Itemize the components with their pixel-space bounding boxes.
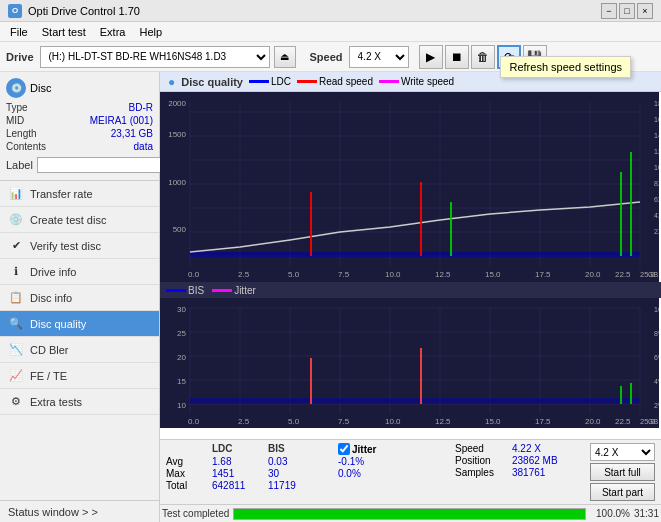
close-button[interactable]: ×: [637, 3, 653, 19]
jitter-checkbox[interactable]: [338, 443, 350, 455]
svg-rect-73: [190, 398, 640, 404]
sidebar-item-verify-test-disc[interactable]: ✔ Verify test disc: [0, 233, 159, 259]
disc-icon: 💿: [6, 78, 26, 98]
speed-select[interactable]: 4.2 X: [349, 46, 409, 68]
svg-text:5.0: 5.0: [288, 417, 300, 426]
jitter-checkbox-container: Jitter: [338, 443, 392, 455]
menu-help[interactable]: Help: [133, 24, 168, 40]
disc-panel-header: 💿 Disc: [6, 78, 153, 98]
type-value: BD-R: [50, 102, 153, 113]
svg-text:15.0: 15.0: [485, 417, 501, 426]
svg-text:8X: 8X: [654, 180, 659, 187]
max-ldc-value: 1451: [212, 468, 266, 479]
sidebar-item-fe-te[interactable]: 📈 FE / TE: [0, 363, 159, 389]
svg-text:12.5: 12.5: [435, 417, 451, 426]
svg-text:1000: 1000: [168, 178, 186, 187]
svg-rect-42: [190, 252, 640, 257]
svg-rect-45: [450, 202, 452, 256]
length-label: Length: [6, 128, 46, 139]
left-stats: LDC BIS Jitter Avg 1.68 0.03 -0.1%: [166, 443, 455, 501]
position-label: Position: [455, 455, 510, 466]
status-window-label: Status window > >: [8, 506, 98, 518]
sidebar-item-extra-tests[interactable]: ⚙ Extra tests: [0, 389, 159, 415]
progress-percent: 100.0%: [590, 508, 630, 519]
svg-text:2.5: 2.5: [238, 417, 250, 426]
erase-button[interactable]: 🗑: [471, 45, 495, 69]
drive-select[interactable]: (H:) HL-DT-ST BD-RE WH16NS48 1.D3: [40, 46, 270, 68]
label-row: Label 🔍: [6, 156, 153, 174]
svg-text:20.0: 20.0: [585, 417, 601, 426]
nav-disc-info-label: Disc info: [30, 292, 72, 304]
ldc-col-header: LDC: [212, 443, 266, 455]
speed-label: Speed: [310, 51, 343, 63]
label-input[interactable]: [37, 157, 170, 173]
svg-text:0.0: 0.0: [188, 270, 200, 279]
start-part-button[interactable]: Start part: [590, 483, 655, 501]
svg-text:6%: 6%: [654, 354, 659, 361]
position-row: Position 23862 MB: [455, 455, 582, 466]
svg-text:7.5: 7.5: [338, 270, 350, 279]
svg-text:22.5: 22.5: [615, 417, 631, 426]
charts-container: 2000 1500 1000 500 18X 16X 14X 12X 10X 8…: [160, 92, 661, 439]
sidebar-item-disc-quality[interactable]: 🔍 Disc quality: [0, 311, 159, 337]
stats-avg-row: Avg 1.68 0.03 -0.1%: [166, 456, 455, 467]
svg-text:10%: 10%: [654, 306, 659, 313]
svg-text:12X: 12X: [654, 148, 659, 155]
svg-rect-44: [420, 182, 422, 256]
svg-text:2%: 2%: [654, 402, 659, 409]
maximize-button[interactable]: □: [619, 3, 635, 19]
sidebar-item-transfer-rate[interactable]: 📊 Transfer rate: [0, 181, 159, 207]
total-label: Total: [166, 480, 210, 491]
main-layout: 💿 Disc Type BD-R MID MEIRA1 (001) Length…: [0, 72, 661, 522]
svg-rect-47: [630, 152, 632, 256]
svg-rect-43: [310, 192, 312, 256]
menu-file[interactable]: File: [4, 24, 34, 40]
legend-read-speed: Read speed: [297, 76, 373, 87]
legend-jitter-label: Jitter: [234, 285, 256, 296]
sidebar-item-create-test-disc[interactable]: 💿 Create test disc: [0, 207, 159, 233]
svg-text:1500: 1500: [168, 130, 186, 139]
nav-create-test-disc-label: Create test disc: [30, 214, 106, 226]
disc-header: Disc: [30, 82, 51, 94]
menu-start-test[interactable]: Start test: [36, 24, 92, 40]
mid-label: MID: [6, 115, 46, 126]
nav-transfer-rate-label: Transfer rate: [30, 188, 93, 200]
legend-ldc: LDC: [249, 76, 291, 87]
svg-text:4X: 4X: [654, 212, 659, 219]
extra-tests-icon: ⚙: [8, 394, 24, 410]
chart2-header: BIS Jitter: [160, 282, 661, 298]
stop-button[interactable]: ⏹: [445, 45, 469, 69]
length-value: 23,31 GB: [50, 128, 153, 139]
total-bis-value: 11719: [268, 480, 318, 491]
stats-col-headers: LDC BIS Jitter: [166, 443, 455, 455]
nav-extra-tests-label: Extra tests: [30, 396, 82, 408]
svg-text:25: 25: [177, 329, 186, 338]
eject-button[interactable]: ⏏: [274, 46, 296, 68]
svg-text:8%: 8%: [654, 330, 659, 337]
samples-value: 381761: [512, 467, 582, 478]
svg-text:15: 15: [177, 377, 186, 386]
app-title: Opti Drive Control 1.70: [28, 5, 140, 17]
svg-text:10.0: 10.0: [385, 270, 401, 279]
contents-value: data: [50, 141, 153, 152]
sidebar-item-disc-info[interactable]: 📋 Disc info: [0, 285, 159, 311]
speed-select2[interactable]: 4.2 X: [590, 443, 655, 461]
minimize-button[interactable]: −: [601, 3, 617, 19]
start-button[interactable]: ▶: [419, 45, 443, 69]
svg-text:GB: GB: [648, 271, 658, 278]
svg-text:6X: 6X: [654, 196, 659, 203]
position-value: 23862 MB: [512, 455, 582, 466]
menu-extra[interactable]: Extra: [94, 24, 132, 40]
sidebar-item-cd-bler[interactable]: 📉 CD Bler: [0, 337, 159, 363]
contents-label: Contents: [6, 141, 46, 152]
bottom-stats-top: LDC BIS Jitter Avg 1.68 0.03 -0.1%: [166, 443, 655, 501]
svg-text:GB: GB: [648, 418, 658, 425]
sidebar-item-drive-info[interactable]: ℹ Drive info: [0, 259, 159, 285]
samples-label: Samples: [455, 467, 510, 478]
status-window-button[interactable]: Status window > >: [0, 500, 159, 522]
start-full-button[interactable]: Start full: [590, 463, 655, 481]
title-bar: O Opti Drive Control 1.70 − □ ×: [0, 0, 661, 22]
nav-cd-bler-label: CD Bler: [30, 344, 69, 356]
disc-info-grid: Type BD-R MID MEIRA1 (001) Length 23,31 …: [6, 102, 153, 152]
svg-rect-77: [630, 383, 632, 404]
